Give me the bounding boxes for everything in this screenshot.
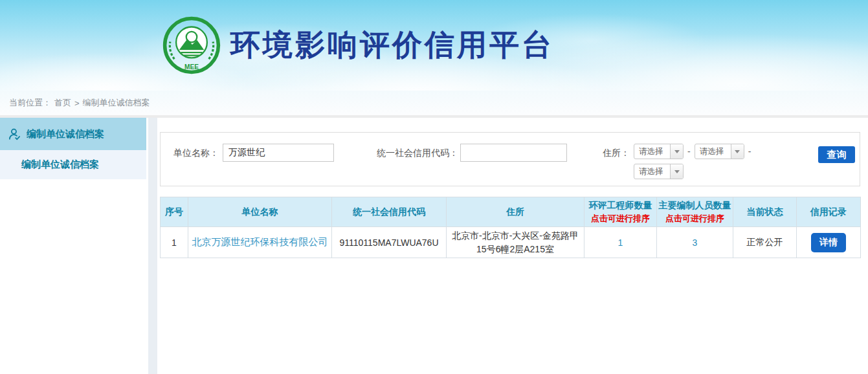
sort-hint: 点击可进行排序 xyxy=(586,213,655,225)
company-name-label: 单位名称： xyxy=(173,144,219,162)
query-button[interactable]: 查询 xyxy=(818,146,855,163)
breadcrumb-prefix: 当前位置： xyxy=(9,97,51,109)
detail-button[interactable]: 详情 xyxy=(811,233,846,252)
company-name-input[interactable] xyxy=(223,144,334,162)
breadcrumb: 当前位置： 首页 > 编制单位诚信档案 xyxy=(0,91,868,115)
select-separator: - xyxy=(687,146,691,157)
header-index: 序号 xyxy=(161,197,188,227)
site-header: MEE 环境影响评价信用平台 xyxy=(0,0,868,91)
header-credit-record: 信用记录 xyxy=(797,197,861,227)
sidebar-content-divider xyxy=(148,118,157,374)
breadcrumb-current: 编制单位诚信档案 xyxy=(83,97,150,109)
engineer-count-link[interactable]: 1 xyxy=(618,237,623,248)
row-credit-code: 91110115MA7LWUA76U xyxy=(332,227,447,258)
header-credit-code: 统一社会信用代码 xyxy=(332,197,447,227)
sidebar-subitem-label: 编制单位诚信档案 xyxy=(21,159,99,171)
page-title: 环境影响评价信用平台 xyxy=(230,25,554,65)
select-separator: - xyxy=(748,146,751,157)
row-status: 正常公开 xyxy=(733,227,797,258)
sidebar-item-label: 编制单位诚信档案 xyxy=(27,128,104,140)
person-check-icon xyxy=(8,127,21,141)
header-engineer-count-label: 环评工程师数量 xyxy=(586,200,655,212)
mee-logo-icon: MEE xyxy=(162,16,221,75)
city-select[interactable]: 请选择 xyxy=(695,144,744,159)
row-index: 1 xyxy=(161,227,188,258)
district-select-value: 请选择 xyxy=(634,166,670,177)
chevron-down-icon[interactable] xyxy=(731,144,744,159)
table-row: 1 北京万源世纪环保科技有限公司 91110115MA7LWUA76U 北京市-… xyxy=(161,227,861,258)
header-staff-count-label: 主要编制人员数量 xyxy=(658,200,731,212)
row-address: 北京市-北京市-大兴区-金苑路甲15号6幢2层A215室 xyxy=(447,227,584,258)
city-select-value: 请选择 xyxy=(695,146,731,157)
search-panel: 单位名称： 统一社会信用代码： 住所： 请选择 - 请选择 - 请选择 xyxy=(160,132,860,186)
residence-label: 住所： xyxy=(603,144,630,162)
province-select[interactable]: 请选择 xyxy=(634,144,684,159)
header-staff-count-sort[interactable]: 主要编制人员数量 点击可进行排序 xyxy=(657,197,733,227)
chevron-down-icon[interactable] xyxy=(670,164,683,179)
header-company-name: 单位名称 xyxy=(188,197,332,227)
header-status: 当前状态 xyxy=(733,197,797,227)
credit-code-label: 统一社会信用代码： xyxy=(377,144,458,162)
province-select-value: 请选择 xyxy=(634,146,670,157)
residence-select-group: 请选择 - 请选择 - 请选择 xyxy=(634,144,763,179)
sidebar-item-unit-credit-archive[interactable]: 编制单位诚信档案 xyxy=(0,118,146,150)
breadcrumb-separator: > xyxy=(74,98,80,108)
header-address: 住所 xyxy=(447,197,584,227)
district-select[interactable]: 请选择 xyxy=(634,164,684,179)
staff-count-link[interactable]: 3 xyxy=(693,237,698,248)
credit-code-input[interactable] xyxy=(460,144,567,162)
table-header-row: 序号 单位名称 统一社会信用代码 住所 环评工程师数量 点击可进行排序 主要编制… xyxy=(161,197,861,227)
company-name-link[interactable]: 北京万源世纪环保科技有限公司 xyxy=(192,236,328,247)
header-engineer-count-sort[interactable]: 环评工程师数量 点击可进行排序 xyxy=(584,197,657,227)
sidebar: 编制单位诚信档案 编制单位诚信档案 xyxy=(0,118,146,374)
results-table: 序号 单位名称 统一社会信用代码 住所 环评工程师数量 点击可进行排序 主要编制… xyxy=(160,197,861,258)
logo-text: MEE xyxy=(184,63,199,71)
sidebar-subitem-unit-credit-archive[interactable]: 编制单位诚信档案 xyxy=(0,150,146,179)
main-content: 单位名称： 统一社会信用代码： 住所： 请选择 - 请选择 - 请选择 xyxy=(157,118,868,374)
sort-hint: 点击可进行排序 xyxy=(658,213,731,225)
breadcrumb-home-link[interactable]: 首页 xyxy=(54,97,71,109)
chevron-down-icon[interactable] xyxy=(670,144,683,159)
